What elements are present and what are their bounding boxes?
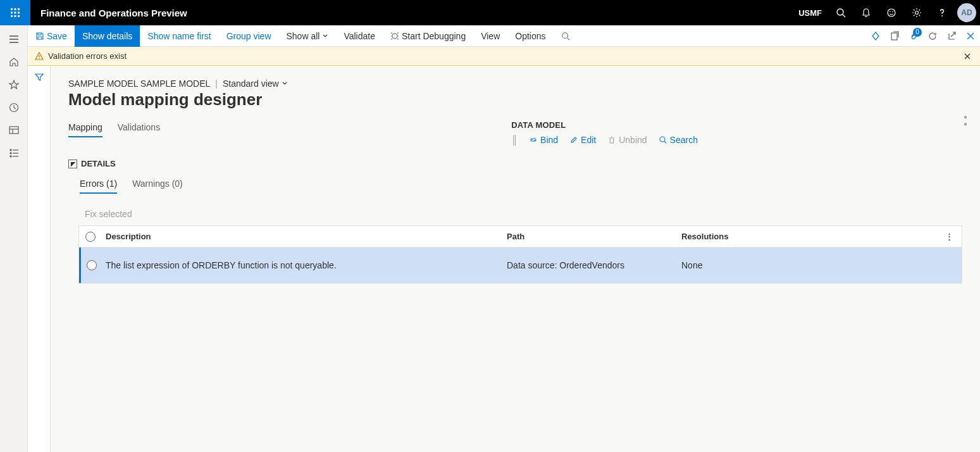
show-all-dropdown[interactable]: Show all — [279, 25, 337, 47]
details-label: DETAILS — [81, 159, 116, 168]
home-nav[interactable] — [0, 51, 28, 73]
col-resolutions[interactable]: Resolutions — [681, 232, 941, 241]
save-button[interactable]: Save — [28, 25, 75, 47]
svg-rect-1 — [15, 8, 16, 10]
svg-line-54 — [664, 141, 666, 143]
svg-line-39 — [397, 32, 399, 34]
bell-icon — [861, 8, 871, 18]
svg-point-11 — [888, 9, 895, 16]
svg-rect-7 — [15, 15, 16, 17]
view-menu[interactable]: View — [473, 25, 507, 47]
warning-icon — [34, 51, 44, 61]
notifications-button[interactable] — [853, 0, 879, 25]
row-description: The list expression of ORDERBY function … — [102, 260, 507, 270]
popout-button[interactable] — [885, 25, 904, 47]
svg-point-44 — [562, 32, 568, 38]
svg-line-22 — [919, 9, 921, 11]
svg-line-43 — [397, 39, 399, 40]
svg-rect-3 — [11, 12, 13, 14]
validate-button[interactable]: Validate — [336, 25, 383, 47]
svg-point-9 — [837, 9, 843, 15]
start-debugging-label: Start Debugging — [402, 31, 466, 41]
hamburger-menu[interactable] — [0, 28, 28, 51]
settings-button[interactable] — [904, 0, 929, 25]
row-path: Data source: OrderedVendors — [507, 260, 681, 270]
show-all-label: Show all — [287, 31, 320, 41]
open-new-button[interactable] — [942, 25, 961, 47]
svg-point-53 — [660, 137, 665, 142]
right-panel-dots[interactable]: ● — [964, 120, 967, 127]
diamond-icon — [871, 31, 881, 41]
avatar[interactable]: AD — [957, 3, 976, 22]
svg-line-38 — [391, 32, 392, 34]
refresh-icon — [927, 31, 938, 41]
row-radio[interactable] — [87, 260, 97, 270]
waffle-menu[interactable] — [0, 0, 30, 25]
col-path[interactable]: Path — [507, 232, 681, 241]
breadcrumb-separator: | — [215, 78, 218, 89]
view-selector[interactable]: Standard view — [223, 78, 288, 89]
trash-icon — [607, 135, 616, 144]
select-all-radio[interactable] — [85, 232, 96, 242]
search-icon — [659, 135, 667, 144]
gear-icon — [912, 8, 922, 18]
group-view-label: Group view — [226, 31, 271, 41]
svg-point-13 — [892, 11, 893, 13]
bind-button[interactable]: Bind — [529, 135, 558, 145]
col-description[interactable]: Description — [102, 232, 507, 241]
filter-button[interactable] — [34, 72, 44, 452]
star-icon — [8, 79, 20, 91]
svg-rect-28 — [9, 127, 18, 134]
help-button[interactable] — [929, 0, 955, 25]
modules-nav[interactable] — [0, 142, 28, 165]
search-icon — [561, 32, 570, 41]
smiley-icon — [886, 8, 896, 18]
svg-line-42 — [391, 39, 392, 40]
view-name: Standard view — [223, 78, 279, 89]
company-code[interactable]: USMF — [792, 8, 828, 18]
group-view-button[interactable]: Group view — [219, 25, 279, 47]
svg-line-10 — [843, 15, 845, 17]
workspaces-nav[interactable] — [0, 119, 28, 142]
feedback-button[interactable] — [879, 0, 904, 25]
details-collapse[interactable]: ◤ — [68, 160, 77, 168]
svg-line-19 — [914, 9, 915, 11]
table-row[interactable]: The list expression of ORDERBY function … — [79, 248, 962, 283]
tab-validations[interactable]: Validations — [118, 117, 160, 137]
grid-more[interactable]: ⋮ — [941, 232, 957, 241]
tab-mapping[interactable]: Mapping — [68, 117, 102, 137]
search-button[interactable]: Search — [659, 135, 698, 145]
show-details-button[interactable]: Show details — [75, 25, 140, 47]
svg-point-37 — [392, 34, 397, 39]
search-button[interactable] — [828, 0, 853, 25]
data-model-header: DATA MODEL — [511, 120, 698, 135]
popout-icon — [890, 31, 900, 41]
breadcrumb-model: SAMPLE MODEL SAMPLE MODEL — [68, 78, 210, 89]
start-debugging-button[interactable]: Start Debugging — [383, 25, 473, 47]
attachments-button[interactable] — [866, 25, 885, 47]
svg-rect-46 — [891, 33, 897, 40]
subtab-warnings[interactable]: Warnings (0) — [132, 176, 183, 194]
svg-line-21 — [914, 15, 915, 16]
show-name-first-button[interactable]: Show name first — [140, 25, 218, 47]
subtab-errors[interactable]: Errors (1) — [80, 176, 117, 194]
waffle-icon — [10, 8, 20, 18]
banner-close[interactable] — [961, 50, 974, 63]
tree-handle[interactable]: ║ — [511, 135, 518, 145]
favorites-nav[interactable] — [0, 73, 28, 96]
edit-button[interactable]: Edit — [569, 135, 596, 145]
svg-point-50 — [39, 58, 40, 59]
close-button[interactable] — [961, 25, 980, 47]
fix-selected-button[interactable]: Fix selected — [51, 194, 980, 225]
svg-rect-4 — [15, 12, 16, 14]
left-panel-dots[interactable]: ● — [964, 113, 967, 120]
refresh-button[interactable] — [923, 25, 942, 47]
messages-button[interactable]: 0 — [904, 25, 923, 47]
recent-nav[interactable] — [0, 96, 28, 119]
options-menu[interactable]: Options — [507, 25, 553, 47]
svg-point-23 — [941, 15, 943, 16]
app-title: Finance and Operations Preview — [30, 8, 197, 18]
workspace-icon — [8, 125, 20, 136]
action-search[interactable] — [554, 25, 578, 47]
svg-point-31 — [10, 149, 11, 151]
